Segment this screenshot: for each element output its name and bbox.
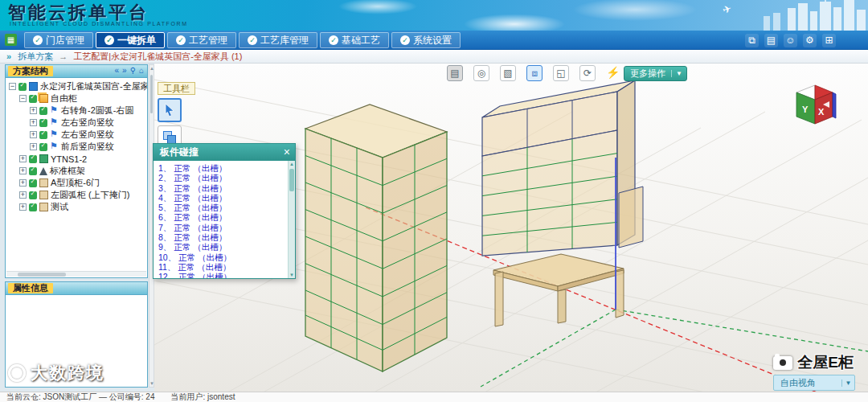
tree-item[interactable]: +左圆弧柜 (上下掩门) <box>6 189 147 201</box>
apps-grid-icon[interactable]: ⊞ <box>822 34 836 47</box>
rotate-view-button[interactable]: ⟳ <box>579 65 596 81</box>
collision-list-item[interactable]: 1、 正常 （出槽） <box>158 163 292 173</box>
expand-toggle-icon[interactable]: + <box>19 191 27 199</box>
desk-model[interactable] <box>493 254 624 326</box>
scroll-up-icon[interactable]: ▲ <box>149 66 154 71</box>
tree-checkbox[interactable] <box>39 107 47 115</box>
expand-toggle-icon[interactable]: + <box>19 203 27 211</box>
breadcrumb: » 拆单方案 → 工艺配置|永定河孔雀城英国宫-全屋家具 (1) <box>0 50 868 64</box>
screenshot-icon[interactable]: ⧉ <box>745 34 759 47</box>
more-actions-button[interactable]: 更多操作 ▼ <box>624 66 687 81</box>
tree-checkbox[interactable] <box>29 155 37 163</box>
expand-toggle-icon[interactable]: + <box>19 167 27 174</box>
collision-list-item[interactable]: 7、 正常 （出槽） <box>158 223 292 232</box>
expand-toggle-icon[interactable]: + <box>30 143 37 150</box>
tree-checkbox[interactable] <box>39 119 47 127</box>
tool-strip: 工具栏 <box>158 80 195 150</box>
cabinet-right-model[interactable] <box>482 80 643 256</box>
tree-item[interactable]: +前后竖向竖纹 <box>6 141 147 153</box>
tree-item[interactable]: +A型顶柜-6门 <box>6 177 147 189</box>
scrollbar-thumb[interactable] <box>18 273 66 277</box>
tree-horizontal-scrollbar[interactable] <box>6 271 146 277</box>
tab-basic-process[interactable]: ✓基础工艺 <box>320 32 389 48</box>
orbit-button[interactable]: ◎ <box>473 65 489 81</box>
home-grid-icon[interactable]: ▦ <box>5 34 17 46</box>
expand-toggle-icon[interactable]: + <box>30 107 37 114</box>
viewport-toolbar: ▤ ◎ ▧ ⧈ ◱ ⟳ ⚡ 更多操作 ▼ <box>447 65 687 81</box>
expand-toggle-icon[interactable]: + <box>30 131 37 138</box>
tree-checkbox[interactable] <box>29 95 37 103</box>
expand-toggle-icon[interactable]: − <box>19 95 27 102</box>
structure-panel-title: 方案结构 <box>8 66 53 76</box>
tree-checkbox[interactable] <box>18 83 27 91</box>
scroll-up-icon[interactable]: ▲ <box>289 162 295 166</box>
close-icon[interactable]: × <box>284 144 290 161</box>
tree-checkbox[interactable] <box>39 143 47 151</box>
view-angle-value: 自由视角 <box>774 377 841 389</box>
breadcrumb-link-scheme[interactable]: 拆单方案 <box>18 51 53 61</box>
view-cube-widget[interactable]: Y X <box>792 83 837 131</box>
tree-checkbox[interactable] <box>29 167 37 175</box>
collision-dialog-header[interactable]: 板件碰撞 × <box>154 144 295 161</box>
solid-view-button[interactable]: ⧈ <box>526 65 542 81</box>
collision-list: 1、 正常 （出槽） 2、 正常 （出槽） 3、 正常 （出槽） 4、 正常 （… <box>154 161 295 278</box>
expand-toggle-icon[interactable]: + <box>30 119 37 126</box>
search-icon[interactable]: ⚲ <box>130 66 136 75</box>
collision-list-item[interactable]: 12、 正常 （出槽） <box>158 272 292 278</box>
scrollbar-thumb[interactable] <box>150 75 153 113</box>
collapse-all-icon[interactable]: « <box>115 66 120 75</box>
tab-label: 一键拆单 <box>117 33 156 47</box>
wireframe-button[interactable]: ▧ <box>500 65 516 81</box>
scroll-down-icon[interactable]: ▼ <box>149 381 154 386</box>
collision-list-item[interactable]: 6、 正常 （出槽） <box>158 212 292 222</box>
collision-list-item[interactable]: 4、 正常 （出槽） <box>158 193 292 203</box>
tree-checkbox[interactable] <box>29 203 37 211</box>
gear-icon[interactable]: ⚙ <box>803 34 817 47</box>
collision-list-item[interactable]: 3、 正常 （出槽） <box>158 183 292 193</box>
chevron-down-icon: ▼ <box>841 379 854 387</box>
tree-item[interactable]: −永定河孔雀城英国宫-全屋家具 <box>6 80 147 92</box>
view-angle-select[interactable]: 自由视角 ▼ <box>773 375 855 391</box>
tree-checkbox[interactable] <box>29 191 37 199</box>
scrollbar-thumb[interactable] <box>289 169 294 191</box>
collision-list-item[interactable]: 5、 正常 （出槽） <box>158 203 292 212</box>
property-panel-title: 属性信息 <box>8 283 53 293</box>
collision-list-item[interactable]: 9、 正常 （出槽） <box>158 242 292 252</box>
tree-item[interactable]: +左右竖向竖纹 <box>6 129 147 141</box>
select-cursor-button[interactable] <box>158 98 182 122</box>
collision-scrollbar[interactable]: ▲ ▼ <box>288 161 295 278</box>
fit-view-button[interactable]: ◱ <box>553 65 569 81</box>
expand-all-icon[interactable]: » <box>122 66 127 75</box>
collision-list-item[interactable]: 10、 正常 （出槽） <box>158 252 292 262</box>
property-panel-header: 属性信息 <box>6 282 147 295</box>
tab-system-settings[interactable]: ✓系统设置 <box>391 32 461 48</box>
tree-item-label: 自由柜 <box>51 92 77 105</box>
tree-item[interactable]: +左右竖向竖纹 <box>6 117 147 129</box>
cube-y-label: Y <box>802 105 809 114</box>
tab-process-management[interactable]: ✓工艺管理 <box>167 32 236 48</box>
collision-list-item[interactable]: 2、 正常 （出槽） <box>158 173 292 183</box>
tree-item[interactable]: +测试 <box>6 201 147 213</box>
expand-toggle-icon[interactable]: − <box>9 83 16 90</box>
scroll-down-icon[interactable]: ▼ <box>289 273 295 277</box>
user-icon[interactable]: ☺ <box>784 34 797 47</box>
expand-toggle-icon[interactable]: + <box>19 155 27 162</box>
tree-item[interactable]: +标准框架 <box>6 165 147 177</box>
tab-check-icon: ✓ <box>33 35 43 45</box>
tab-one-click-dismantle[interactable]: ✓一键拆单 <box>96 32 165 48</box>
tree-item[interactable]: +YTNS1-2 <box>6 153 147 165</box>
home-icon[interactable]: ⌂ <box>139 66 144 75</box>
expand-toggle-icon[interactable]: + <box>19 179 27 187</box>
save-view-button[interactable]: ▤ <box>447 65 463 81</box>
tree-item[interactable]: −自由柜 <box>6 92 147 105</box>
flash-icon[interactable]: ⚡ <box>606 65 619 81</box>
tab-process-library[interactable]: ✓工艺库管理 <box>239 32 317 48</box>
tree-checkbox[interactable] <box>39 131 47 139</box>
wardrobe-left-model[interactable] <box>305 105 447 371</box>
collision-list-item[interactable]: 11、 正常 （出槽） <box>158 262 292 272</box>
tree-item[interactable]: +右转角-2圆弧-右圆 <box>6 105 147 117</box>
tree-checkbox[interactable] <box>29 179 37 187</box>
tab-store-management[interactable]: ✓门店管理 <box>24 32 93 48</box>
save-icon[interactable]: ▤ <box>764 34 778 47</box>
collision-list-item[interactable]: 8、 正常 （出槽） <box>158 232 292 242</box>
